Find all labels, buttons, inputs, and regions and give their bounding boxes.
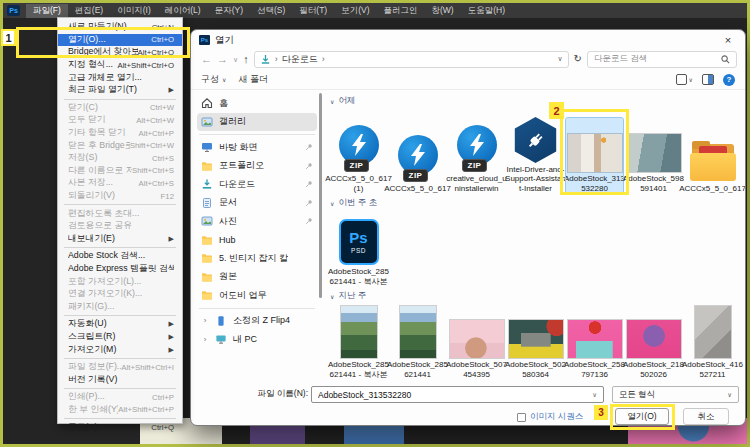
- sidebar-item-pinned-7[interactable]: 5. 빈티지 잡지 칼: [197, 249, 317, 268]
- file-item[interactable]: ACCCx5_5_0_617: [684, 128, 741, 194]
- organize-button[interactable]: 구성∨: [201, 73, 226, 86]
- cancel-button[interactable]: 취소: [683, 408, 729, 425]
- sidebar-item-pinned-4[interactable]: 문서: [197, 194, 317, 213]
- file-format-select[interactable]: 모든 형식 ∨: [612, 386, 739, 403]
- collapse-chevron-icon[interactable]: ∨: [330, 98, 334, 105]
- file-item[interactable]: AdobeStock_507454395: [448, 304, 505, 379]
- dialog-titlebar[interactable]: Ps 열기 ×: [191, 30, 745, 48]
- folder-icon: [201, 271, 213, 283]
- menubar-item-2[interactable]: 편집(E): [68, 4, 110, 18]
- menubar-item-1[interactable]: 파일(F): [26, 4, 68, 18]
- image-sequence-checkbox[interactable]: [517, 413, 526, 422]
- file-item[interactable]: AdobeStock_258797136: [566, 304, 623, 379]
- file-item[interactable]: AdobeStock_416527211: [684, 304, 741, 379]
- image-sequence-option[interactable]: 이미지 시퀀스: [517, 411, 583, 423]
- sidebar-item-pinned-3[interactable]: 다운로드: [197, 175, 317, 194]
- file-menu-item-19[interactable]: Adobe Express 템플릿 검색...: [58, 263, 182, 276]
- new-folder-button[interactable]: 새 폴더: [238, 73, 268, 86]
- file-menu-item-16: 검토용으로 공유: [58, 220, 182, 233]
- file-item[interactable]: ZIPcreative_cloud_uninstallerwin: [448, 118, 505, 194]
- chevron-down-icon: ∨: [222, 76, 226, 83]
- sidebar-item-devices-1[interactable]: ›소정의 Z Flip4: [197, 312, 317, 331]
- refresh-icon[interactable]: ↻: [574, 54, 582, 64]
- sidebar-item-pinned-1[interactable]: 바탕 화면: [197, 138, 317, 157]
- file-item-label: ACCCx5_5_0_617(1): [325, 174, 392, 193]
- file-menu-item-4[interactable]: 지정 형식...Alt+Shift+Ctrl+O: [58, 59, 182, 72]
- filename-input[interactable]: AdobeStock_313532280 ∨: [311, 386, 604, 403]
- help-icon[interactable]: ?: [723, 74, 735, 86]
- menubar-item-10[interactable]: 창(W): [425, 4, 461, 18]
- file-menu-item-18[interactable]: Adobe Stock 검색...: [58, 250, 182, 263]
- menubar-item-3[interactable]: 이미지(I): [110, 4, 158, 18]
- section-header-2[interactable]: ∨이번 주 초: [330, 197, 741, 209]
- back-icon[interactable]: ←: [201, 54, 212, 65]
- menubar-item-8[interactable]: 보기(V): [334, 4, 376, 18]
- sidebar-item-top-2[interactable]: 갤러리: [197, 113, 317, 132]
- file-menu-item-25[interactable]: 가져오기(M)▶: [58, 343, 182, 356]
- collapse-chevron-icon[interactable]: ∨: [330, 293, 334, 300]
- file-menu-item-27[interactable]: 버전 기록(V): [58, 373, 182, 386]
- up-icon[interactable]: ↑: [243, 54, 249, 65]
- menubar-item-5[interactable]: 문자(Y): [208, 4, 250, 18]
- file-item[interactable]: AdobeStock_285621441 - 복사본: [330, 304, 387, 379]
- forward-icon[interactable]: →: [217, 54, 228, 65]
- chevron-down-icon[interactable]: ∨: [557, 55, 562, 63]
- file-menu-item-24[interactable]: 스크립트(R)▶: [58, 331, 182, 344]
- file-menu-item-5[interactable]: 고급 개체로 열기...: [58, 71, 182, 84]
- file-menu-item-1[interactable]: 새로 만들기(N)Ctrl+N: [58, 21, 182, 34]
- chevron-down-icon[interactable]: ∨: [592, 391, 597, 399]
- breadcrumb-segment[interactable]: 다운로드: [282, 53, 318, 66]
- file-item[interactable]: PsPSDAdobeStock_285621441 - 복사본: [330, 211, 387, 287]
- file-menu-item-6[interactable]: 최근 파일 열기(T)▶: [58, 84, 182, 97]
- menu-item-label: Bridge에서 찾아보기(B): [68, 46, 138, 58]
- sidebar-item-pinned-5[interactable]: 사진: [197, 212, 317, 231]
- file-menu-item-30[interactable]: 종료(X)Ctrl+Q: [58, 421, 182, 434]
- sidebar-item-pinned-6[interactable]: Hub: [197, 231, 317, 250]
- dialog-toolbar: 구성∨ 새 폴더 ∨ ?: [191, 70, 745, 90]
- menubar-item-6[interactable]: 선택(S): [250, 4, 292, 18]
- file-item[interactable]: AdobeStock_502580364: [507, 304, 564, 379]
- menubar-item-7[interactable]: 필터(T): [292, 4, 334, 18]
- close-icon[interactable]: ×: [711, 32, 745, 48]
- file-item-icon-box: ZIP: [336, 120, 382, 172]
- image-thumbnail: [509, 320, 563, 358]
- recent-locations-icon[interactable]: ∨: [233, 56, 238, 63]
- image-thumbnail: [400, 306, 436, 358]
- file-item[interactable]: AdobeStock_285621441: [389, 304, 446, 379]
- sidebar-item-devices-2[interactable]: ›내 PC: [197, 330, 317, 349]
- file-item[interactable]: AdobeStock_218502026: [625, 304, 682, 379]
- collapse-chevron-icon[interactable]: ∨: [330, 200, 334, 207]
- view-options-button[interactable]: ∨: [676, 74, 693, 85]
- file-menu-item-2[interactable]: 열기(O)...Ctrl+O: [58, 34, 182, 47]
- breadcrumb[interactable]: › 다운로드 › ∨: [254, 51, 569, 68]
- menu-separator: [64, 204, 176, 205]
- file-menu-item-17[interactable]: 내보내기(E)▶: [58, 233, 182, 246]
- sidebar-item-pinned-8[interactable]: 원본: [197, 268, 317, 287]
- sidebar-item-label: 5. 빈티지 잡지 칼: [219, 252, 288, 265]
- annotation-number-3: 3: [594, 405, 608, 420]
- expand-chevron-icon[interactable]: ›: [201, 335, 209, 344]
- menu-item-label: 편집하도록 초대...: [68, 208, 174, 220]
- file-item-label: AdobeStock_285621441 - 복사본: [328, 360, 389, 379]
- menu-item-label: 자동화(U): [68, 318, 169, 330]
- menubar-item-11[interactable]: 도움말(H): [461, 4, 512, 18]
- expand-chevron-icon[interactable]: ›: [201, 316, 209, 325]
- file-menu-item-23[interactable]: 자동화(U)▶: [58, 318, 182, 331]
- sidebar-item-pinned-2[interactable]: 포트폴리오: [197, 157, 317, 176]
- file-item[interactable]: ZIPACCCx5_5_0_617: [389, 128, 446, 194]
- sidebar-item-top-1[interactable]: 홈: [197, 94, 317, 113]
- file-item[interactable]: AdobeStock_3135322802: [566, 118, 623, 194]
- menubar-item-9[interactable]: 플러그인: [377, 4, 425, 18]
- search-input[interactable]: 다운로드 검색: [587, 51, 737, 68]
- menu-item-label: 새로 만들기(N): [68, 21, 152, 33]
- file-menu-item-3[interactable]: Bridge에서 찾아보기(B)Alt+Ctrl+O: [58, 46, 182, 59]
- section-header-3[interactable]: ∨지난 주: [330, 290, 741, 302]
- preview-pane-button[interactable]: [702, 74, 714, 85]
- file-item[interactable]: AdobeStock_598591401: [625, 118, 682, 194]
- file-item[interactable]: Intel-Driver-and-Support-Assistant-Insta…: [507, 109, 564, 194]
- section-header-1[interactable]: ∨어제: [330, 95, 741, 107]
- psd-file-icon: PsPSD: [339, 219, 379, 265]
- menubar-item-4[interactable]: 레이어(L): [158, 4, 208, 18]
- file-item[interactable]: ZIPACCCx5_5_0_617(1): [330, 118, 387, 194]
- sidebar-item-pinned-9[interactable]: 어도비 업무: [197, 286, 317, 305]
